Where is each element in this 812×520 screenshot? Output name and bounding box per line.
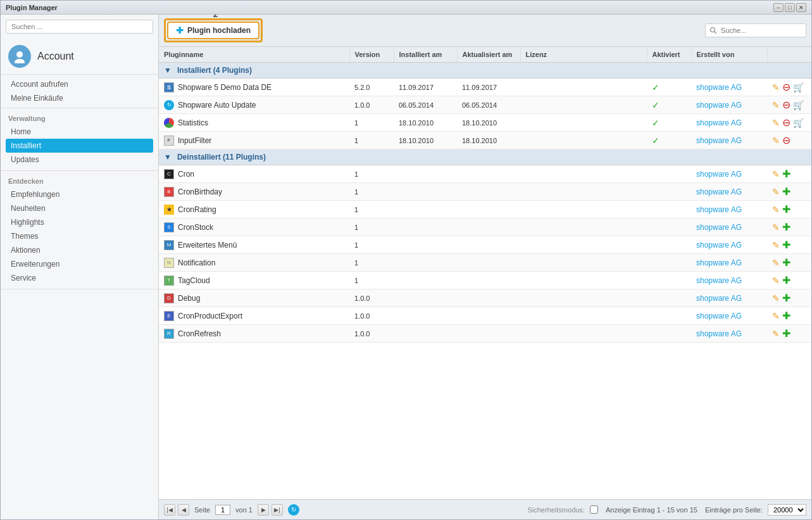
install-icon[interactable]: ✚: [782, 327, 790, 339]
creator-link[interactable]: shopware AG: [696, 136, 742, 145]
install-icon[interactable]: ✚: [782, 221, 790, 233]
action-icons: ✎ ✚: [772, 310, 806, 322]
last-page-button[interactable]: ▶|: [272, 504, 283, 516]
edit-icon[interactable]: ✎: [772, 82, 780, 92]
plugin-name-wrapper: ↻ Shopware Auto Update: [164, 100, 344, 110]
edit-icon[interactable]: ✎: [772, 276, 780, 286]
sidebar-item-service[interactable]: Service: [1, 271, 158, 285]
edit-icon[interactable]: ✎: [772, 311, 780, 321]
sidebar-link-account[interactable]: Account aufrufen: [1, 77, 158, 91]
aktiviert-cell: [647, 236, 691, 254]
creator-link[interactable]: shopware AG: [696, 223, 742, 232]
remove-icon[interactable]: ⊖: [782, 99, 790, 111]
next-page-button[interactable]: ▶: [258, 504, 269, 516]
upload-btn-label: Plugin hochladen: [187, 26, 251, 35]
creator-link[interactable]: shopware AG: [696, 101, 742, 110]
creator-link[interactable]: shopware AG: [696, 241, 742, 250]
collapse-uninstalled-icon[interactable]: ▼: [164, 153, 172, 162]
edit-icon[interactable]: ✎: [772, 205, 780, 215]
prev-page-button[interactable]: ◀: [178, 504, 189, 516]
sidebar-item-highlights[interactable]: Highlights: [1, 215, 158, 229]
actions-cell: ✎ ✚: [767, 165, 811, 183]
first-page-button[interactable]: |◀: [164, 504, 175, 516]
version-cell: 1.0.0: [349, 307, 394, 325]
remove-icon[interactable]: ⊖: [782, 81, 790, 93]
aktiviert-cell: [647, 325, 691, 343]
installiert-container: 1 Installiert: [1, 139, 158, 153]
creator-link[interactable]: shopware AG: [696, 205, 742, 214]
edit-icon[interactable]: ✎: [772, 100, 780, 110]
plugin-name-cell: F InputFilter: [159, 132, 349, 149]
per-page-select[interactable]: 20000: [768, 504, 806, 516]
collapse-installed-icon[interactable]: ▼: [164, 66, 172, 75]
maximize-button[interactable]: □: [785, 3, 795, 12]
install-icon[interactable]: ✚: [782, 186, 790, 198]
install-icon[interactable]: ✚: [782, 257, 790, 269]
creator-link[interactable]: shopware AG: [696, 170, 742, 179]
rating-plugin-icon: ★: [164, 205, 174, 215]
actions-cell: ✎ ✚: [767, 254, 811, 272]
install-icon[interactable]: ✚: [782, 274, 790, 286]
page-label: Seite: [194, 506, 210, 514]
remove-icon[interactable]: ⊖: [782, 134, 790, 146]
verwaltung-title: Verwaltung: [1, 112, 158, 125]
sidebar-item-home[interactable]: Home: [1, 125, 158, 139]
creator-link[interactable]: shopware AG: [696, 294, 742, 303]
updated-date-cell: [457, 307, 520, 325]
edit-icon[interactable]: ✎: [772, 118, 780, 128]
install-icon[interactable]: ✚: [782, 203, 790, 215]
aktiviert-cell: [647, 201, 691, 219]
security-checkbox[interactable]: [590, 505, 598, 514]
plugin-search-input[interactable]: [705, 23, 806, 37]
plugin-name-wrapper: F InputFilter: [164, 136, 344, 146]
sidebar-item-erweiterungen[interactable]: Erweiterungen: [1, 257, 158, 271]
main-content: 2 ✚ Plugin hochladen: [159, 15, 811, 519]
sidebar-item-neuheiten[interactable]: Neuheiten: [1, 201, 158, 215]
actions-cell: ✎ ✚: [767, 307, 811, 325]
lizenz-cell: [520, 79, 647, 96]
entdecken-title: Entdecken: [1, 175, 158, 187]
sidebar-item-empfehlungen[interactable]: Empfehlungen: [1, 187, 158, 201]
plugin-name-text: TagCloud: [178, 276, 210, 285]
title-bar: Plugin Manager – □ ✕: [1, 1, 811, 15]
creator-link[interactable]: shopware AG: [696, 276, 742, 285]
sidebar-item-updates[interactable]: Updates: [1, 153, 158, 167]
remove-icon[interactable]: ⊖: [782, 117, 790, 129]
close-button[interactable]: ✕: [796, 3, 806, 12]
table-body: ▼ Installiert (4 Plugins) S Shopware 5 D…: [159, 63, 811, 343]
sidebar-link-purchases[interactable]: Meine Einkäufe: [1, 91, 158, 105]
stats-plugin-icon: [164, 118, 174, 128]
sidebar-item-themes[interactable]: Themes: [1, 229, 158, 243]
edit-icon[interactable]: ✎: [772, 293, 780, 303]
store-icon[interactable]: 🛒: [793, 100, 804, 110]
creator-link[interactable]: shopware AG: [696, 187, 742, 196]
creator-link[interactable]: shopware AG: [696, 329, 742, 338]
stock-plugin-icon: S: [164, 222, 174, 232]
creator-link[interactable]: shopware AG: [696, 118, 742, 127]
edit-icon[interactable]: ✎: [772, 329, 780, 339]
creator-link[interactable]: shopware AG: [696, 258, 742, 267]
sidebar-item-aktionen[interactable]: Aktionen: [1, 243, 158, 257]
edit-icon[interactable]: ✎: [772, 222, 780, 232]
edit-icon[interactable]: ✎: [772, 240, 780, 250]
sidebar-item-installiert[interactable]: Installiert: [6, 139, 153, 153]
current-page[interactable]: 1: [215, 505, 230, 515]
creator-cell: shopware AG: [691, 96, 767, 114]
install-icon[interactable]: ✚: [782, 292, 790, 304]
creator-link[interactable]: shopware AG: [696, 83, 742, 92]
edit-icon[interactable]: ✎: [772, 136, 780, 146]
edit-icon[interactable]: ✎: [772, 169, 780, 179]
install-icon[interactable]: ✚: [782, 168, 790, 180]
install-icon[interactable]: ✚: [782, 239, 790, 251]
menu-plugin-icon: M: [164, 240, 174, 250]
refresh-button[interactable]: ↻: [288, 504, 299, 516]
creator-link[interactable]: shopware AG: [696, 312, 742, 320]
store-icon[interactable]: 🛒: [793, 82, 804, 92]
edit-icon[interactable]: ✎: [772, 187, 780, 197]
minimize-button[interactable]: –: [773, 3, 784, 12]
sidebar-search-input[interactable]: [6, 20, 153, 34]
upload-plugin-button[interactable]: ✚ Plugin hochladen: [167, 22, 259, 39]
install-icon[interactable]: ✚: [782, 310, 790, 322]
store-icon[interactable]: 🛒: [793, 118, 804, 128]
edit-icon[interactable]: ✎: [772, 258, 780, 268]
